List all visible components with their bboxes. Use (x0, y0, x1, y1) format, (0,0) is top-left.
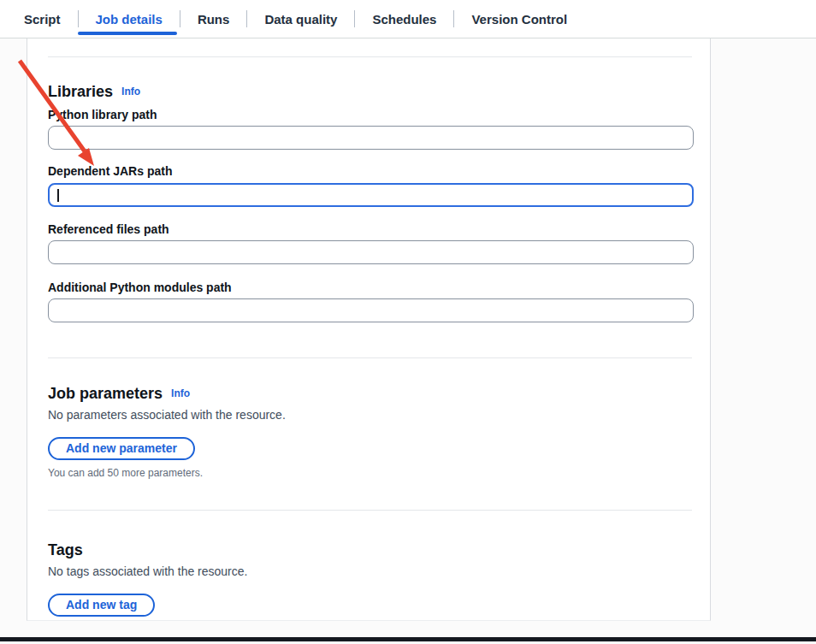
tab-divider (453, 10, 454, 27)
tab-version-control[interactable]: Version Control (471, 0, 567, 38)
python-library-path-input[interactable] (48, 126, 694, 150)
job-parameters-info-link[interactable]: Info (171, 387, 190, 399)
additional-python-modules-path-input[interactable] (48, 298, 694, 322)
tags-section: Tags No tags associated with the resourc… (48, 541, 692, 617)
tab-divider (246, 10, 247, 27)
libraries-info-link[interactable]: Info (121, 86, 140, 97)
bottom-window-edge-bar (0, 637, 816, 641)
tags-heading: Tags (48, 541, 692, 558)
add-new-tag-button[interactable]: Add new tag (48, 594, 155, 617)
dependent-jars-path-label: Dependent JARs path (48, 164, 692, 178)
job-parameters-helper-text: You can add 50 more parameters. (48, 467, 692, 479)
referenced-files-path-label: Referenced files path (48, 222, 692, 236)
tags-empty-text: No tags associated with the resource. (48, 564, 692, 578)
python-library-path-field-wrap (48, 126, 692, 150)
additional-python-modules-path-field-wrap (48, 298, 692, 322)
libraries-heading-text: Libraries (48, 83, 113, 100)
job-parameters-empty-text: No parameters associated with the resour… (48, 408, 692, 422)
tab-divider (78, 10, 79, 27)
referenced-files-path-field-wrap (48, 240, 692, 264)
add-new-parameter-button[interactable]: Add new parameter (48, 437, 195, 460)
dependent-jars-path-field-wrap (48, 183, 692, 207)
tab-schedules[interactable]: Schedules (372, 0, 436, 38)
additional-python-modules-path-label: Additional Python modules path (48, 281, 692, 294)
dependent-jars-path-input[interactable] (48, 183, 694, 207)
section-divider (48, 510, 692, 511)
referenced-files-path-input[interactable] (48, 240, 694, 264)
tab-bar: Script Job details Runs Data quality Sch… (0, 0, 816, 38)
section-divider (48, 357, 692, 358)
python-library-path-label: Python library path (48, 108, 692, 121)
libraries-section: LibrariesInfo Python library path Depend… (48, 83, 692, 322)
tab-job-details[interactable]: Job details (96, 0, 163, 38)
job-parameters-section: Job parametersInfo No parameters associa… (48, 385, 692, 479)
text-cursor (57, 189, 59, 202)
tab-script[interactable]: Script (24, 0, 61, 38)
tab-divider (180, 10, 180, 27)
tab-data-quality[interactable]: Data quality (264, 0, 337, 38)
libraries-heading: LibrariesInfo (48, 83, 692, 100)
tab-runs[interactable]: Runs (198, 0, 230, 38)
tab-divider (354, 10, 355, 27)
job-parameters-heading: Job parametersInfo (48, 385, 692, 402)
job-parameters-heading-text: Job parameters (48, 385, 163, 402)
job-details-panel: LibrariesInfo Python library path Depend… (27, 38, 711, 621)
section-divider (48, 56, 692, 57)
